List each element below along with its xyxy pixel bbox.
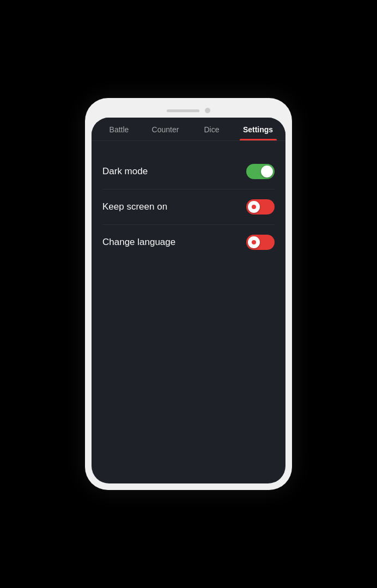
setting-row-dark-mode: Dark mode xyxy=(102,154,275,189)
tab-bar: Battle Counter Dice Settings xyxy=(92,118,285,141)
keep-screen-toggle[interactable] xyxy=(246,199,275,215)
tab-dice[interactable]: Dice xyxy=(188,118,235,140)
change-language-label: Change language xyxy=(102,237,175,248)
phone-top-bar xyxy=(92,105,285,118)
phone-screen: Battle Counter Dice Settings Dark mode K… xyxy=(92,118,285,483)
dark-mode-label: Dark mode xyxy=(102,166,148,177)
change-language-toggle[interactable] xyxy=(246,235,275,250)
dark-mode-toggle[interactable] xyxy=(246,164,275,179)
keep-screen-toggle-knob xyxy=(248,201,260,213)
tab-counter[interactable]: Counter xyxy=(142,118,188,140)
keep-screen-label: Keep screen on xyxy=(102,201,167,212)
phone-frame: Battle Counter Dice Settings Dark mode K… xyxy=(85,98,292,490)
phone-speaker xyxy=(205,108,210,113)
phone-notch xyxy=(167,109,199,112)
tab-settings[interactable]: Settings xyxy=(235,118,281,140)
change-language-toggle-knob xyxy=(248,236,260,248)
tab-battle[interactable]: Battle xyxy=(96,118,142,140)
dark-mode-toggle-knob xyxy=(261,166,273,177)
setting-row-change-language: Change language xyxy=(102,225,275,260)
settings-content: Dark mode Keep screen on Change language xyxy=(92,141,285,483)
setting-row-keep-screen: Keep screen on xyxy=(102,189,275,225)
